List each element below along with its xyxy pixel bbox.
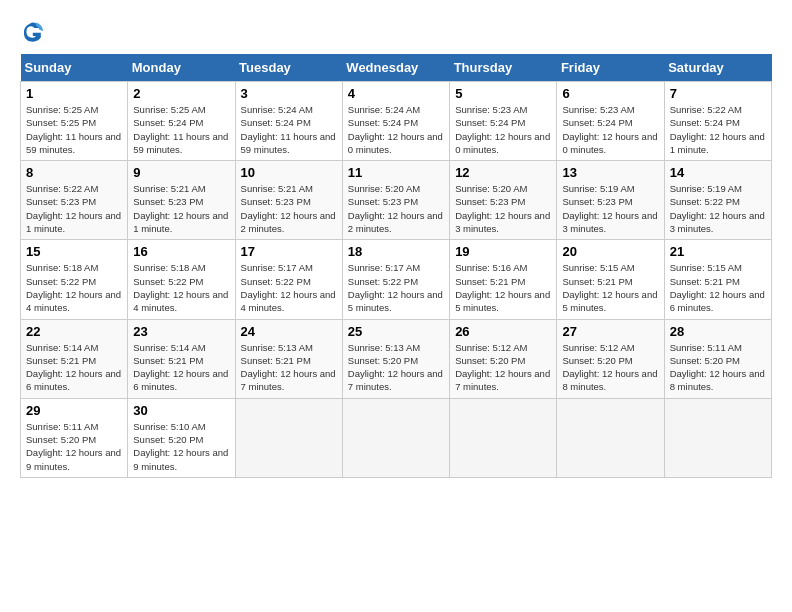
day-number: 20 xyxy=(562,244,658,259)
calendar-cell: 22Sunrise: 5:14 AM Sunset: 5:21 PM Dayli… xyxy=(21,319,128,398)
day-info: Sunrise: 5:24 AM Sunset: 5:24 PM Dayligh… xyxy=(241,103,337,156)
day-info: Sunrise: 5:20 AM Sunset: 5:23 PM Dayligh… xyxy=(455,182,551,235)
calendar-cell: 23Sunrise: 5:14 AM Sunset: 5:21 PM Dayli… xyxy=(128,319,235,398)
calendar-cell: 21Sunrise: 5:15 AM Sunset: 5:21 PM Dayli… xyxy=(664,240,771,319)
day-number: 2 xyxy=(133,86,229,101)
day-number: 26 xyxy=(455,324,551,339)
day-header-saturday: Saturday xyxy=(664,54,771,82)
day-info: Sunrise: 5:15 AM Sunset: 5:21 PM Dayligh… xyxy=(670,261,766,314)
calendar-cell xyxy=(450,398,557,477)
calendar-cell: 24Sunrise: 5:13 AM Sunset: 5:21 PM Dayli… xyxy=(235,319,342,398)
day-number: 18 xyxy=(348,244,444,259)
day-info: Sunrise: 5:10 AM Sunset: 5:20 PM Dayligh… xyxy=(133,420,229,473)
day-info: Sunrise: 5:25 AM Sunset: 5:25 PM Dayligh… xyxy=(26,103,122,156)
calendar-cell: 26Sunrise: 5:12 AM Sunset: 5:20 PM Dayli… xyxy=(450,319,557,398)
day-number: 11 xyxy=(348,165,444,180)
day-info: Sunrise: 5:17 AM Sunset: 5:22 PM Dayligh… xyxy=(241,261,337,314)
calendar-cell: 30Sunrise: 5:10 AM Sunset: 5:20 PM Dayli… xyxy=(128,398,235,477)
calendar-cell: 2Sunrise: 5:25 AM Sunset: 5:24 PM Daylig… xyxy=(128,82,235,161)
calendar-week-row: 15Sunrise: 5:18 AM Sunset: 5:22 PM Dayli… xyxy=(21,240,772,319)
day-number: 15 xyxy=(26,244,122,259)
logo-icon xyxy=(20,20,44,44)
day-info: Sunrise: 5:22 AM Sunset: 5:23 PM Dayligh… xyxy=(26,182,122,235)
day-number: 24 xyxy=(241,324,337,339)
day-number: 19 xyxy=(455,244,551,259)
day-number: 22 xyxy=(26,324,122,339)
day-info: Sunrise: 5:14 AM Sunset: 5:21 PM Dayligh… xyxy=(26,341,122,394)
day-number: 27 xyxy=(562,324,658,339)
day-number: 9 xyxy=(133,165,229,180)
calendar-cell: 15Sunrise: 5:18 AM Sunset: 5:22 PM Dayli… xyxy=(21,240,128,319)
calendar-cell: 25Sunrise: 5:13 AM Sunset: 5:20 PM Dayli… xyxy=(342,319,449,398)
day-info: Sunrise: 5:23 AM Sunset: 5:24 PM Dayligh… xyxy=(562,103,658,156)
day-info: Sunrise: 5:22 AM Sunset: 5:24 PM Dayligh… xyxy=(670,103,766,156)
calendar-cell: 3Sunrise: 5:24 AM Sunset: 5:24 PM Daylig… xyxy=(235,82,342,161)
day-number: 8 xyxy=(26,165,122,180)
day-info: Sunrise: 5:19 AM Sunset: 5:23 PM Dayligh… xyxy=(562,182,658,235)
calendar-cell: 19Sunrise: 5:16 AM Sunset: 5:21 PM Dayli… xyxy=(450,240,557,319)
day-info: Sunrise: 5:14 AM Sunset: 5:21 PM Dayligh… xyxy=(133,341,229,394)
calendar-table: SundayMondayTuesdayWednesdayThursdayFrid… xyxy=(20,54,772,478)
day-info: Sunrise: 5:21 AM Sunset: 5:23 PM Dayligh… xyxy=(241,182,337,235)
day-number: 29 xyxy=(26,403,122,418)
day-info: Sunrise: 5:18 AM Sunset: 5:22 PM Dayligh… xyxy=(133,261,229,314)
calendar-cell: 6Sunrise: 5:23 AM Sunset: 5:24 PM Daylig… xyxy=(557,82,664,161)
calendar-week-row: 1Sunrise: 5:25 AM Sunset: 5:25 PM Daylig… xyxy=(21,82,772,161)
day-number: 25 xyxy=(348,324,444,339)
day-info: Sunrise: 5:24 AM Sunset: 5:24 PM Dayligh… xyxy=(348,103,444,156)
calendar-cell: 18Sunrise: 5:17 AM Sunset: 5:22 PM Dayli… xyxy=(342,240,449,319)
calendar-cell xyxy=(664,398,771,477)
calendar-cell: 14Sunrise: 5:19 AM Sunset: 5:22 PM Dayli… xyxy=(664,161,771,240)
day-number: 10 xyxy=(241,165,337,180)
day-info: Sunrise: 5:13 AM Sunset: 5:21 PM Dayligh… xyxy=(241,341,337,394)
calendar-cell: 7Sunrise: 5:22 AM Sunset: 5:24 PM Daylig… xyxy=(664,82,771,161)
day-info: Sunrise: 5:11 AM Sunset: 5:20 PM Dayligh… xyxy=(26,420,122,473)
day-number: 30 xyxy=(133,403,229,418)
calendar-week-row: 29Sunrise: 5:11 AM Sunset: 5:20 PM Dayli… xyxy=(21,398,772,477)
calendar-cell: 8Sunrise: 5:22 AM Sunset: 5:23 PM Daylig… xyxy=(21,161,128,240)
calendar-cell: 20Sunrise: 5:15 AM Sunset: 5:21 PM Dayli… xyxy=(557,240,664,319)
calendar-cell: 28Sunrise: 5:11 AM Sunset: 5:20 PM Dayli… xyxy=(664,319,771,398)
day-number: 17 xyxy=(241,244,337,259)
calendar-cell: 12Sunrise: 5:20 AM Sunset: 5:23 PM Dayli… xyxy=(450,161,557,240)
calendar-cell: 17Sunrise: 5:17 AM Sunset: 5:22 PM Dayli… xyxy=(235,240,342,319)
calendar-cell: 11Sunrise: 5:20 AM Sunset: 5:23 PM Dayli… xyxy=(342,161,449,240)
day-header-wednesday: Wednesday xyxy=(342,54,449,82)
day-info: Sunrise: 5:20 AM Sunset: 5:23 PM Dayligh… xyxy=(348,182,444,235)
calendar-cell xyxy=(557,398,664,477)
day-number: 3 xyxy=(241,86,337,101)
day-number: 23 xyxy=(133,324,229,339)
calendar-cell: 1Sunrise: 5:25 AM Sunset: 5:25 PM Daylig… xyxy=(21,82,128,161)
day-info: Sunrise: 5:13 AM Sunset: 5:20 PM Dayligh… xyxy=(348,341,444,394)
day-header-thursday: Thursday xyxy=(450,54,557,82)
calendar-cell: 4Sunrise: 5:24 AM Sunset: 5:24 PM Daylig… xyxy=(342,82,449,161)
day-header-tuesday: Tuesday xyxy=(235,54,342,82)
calendar-week-row: 22Sunrise: 5:14 AM Sunset: 5:21 PM Dayli… xyxy=(21,319,772,398)
day-number: 7 xyxy=(670,86,766,101)
day-number: 13 xyxy=(562,165,658,180)
day-number: 5 xyxy=(455,86,551,101)
day-info: Sunrise: 5:17 AM Sunset: 5:22 PM Dayligh… xyxy=(348,261,444,314)
day-info: Sunrise: 5:12 AM Sunset: 5:20 PM Dayligh… xyxy=(562,341,658,394)
day-number: 4 xyxy=(348,86,444,101)
calendar-cell: 16Sunrise: 5:18 AM Sunset: 5:22 PM Dayli… xyxy=(128,240,235,319)
day-number: 14 xyxy=(670,165,766,180)
page-header xyxy=(20,20,772,44)
day-number: 16 xyxy=(133,244,229,259)
day-info: Sunrise: 5:23 AM Sunset: 5:24 PM Dayligh… xyxy=(455,103,551,156)
day-info: Sunrise: 5:15 AM Sunset: 5:21 PM Dayligh… xyxy=(562,261,658,314)
calendar-cell: 27Sunrise: 5:12 AM Sunset: 5:20 PM Dayli… xyxy=(557,319,664,398)
day-info: Sunrise: 5:12 AM Sunset: 5:20 PM Dayligh… xyxy=(455,341,551,394)
calendar-cell xyxy=(235,398,342,477)
day-number: 21 xyxy=(670,244,766,259)
day-info: Sunrise: 5:25 AM Sunset: 5:24 PM Dayligh… xyxy=(133,103,229,156)
calendar-cell: 10Sunrise: 5:21 AM Sunset: 5:23 PM Dayli… xyxy=(235,161,342,240)
logo xyxy=(20,20,48,44)
day-number: 6 xyxy=(562,86,658,101)
calendar-week-row: 8Sunrise: 5:22 AM Sunset: 5:23 PM Daylig… xyxy=(21,161,772,240)
day-number: 1 xyxy=(26,86,122,101)
calendar-cell: 13Sunrise: 5:19 AM Sunset: 5:23 PM Dayli… xyxy=(557,161,664,240)
day-header-monday: Monday xyxy=(128,54,235,82)
day-info: Sunrise: 5:16 AM Sunset: 5:21 PM Dayligh… xyxy=(455,261,551,314)
calendar-cell xyxy=(342,398,449,477)
